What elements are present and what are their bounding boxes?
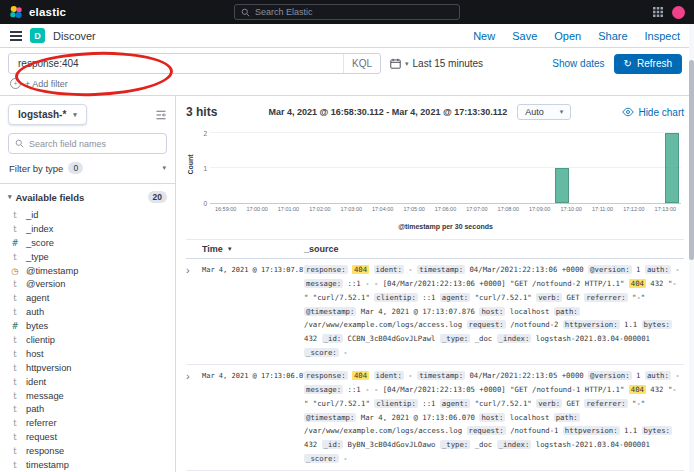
hits-count: 3 hits <box>186 105 217 119</box>
query-input[interactable]: response:404 KQL <box>8 53 381 74</box>
x-tick: 17:09:00 <box>529 206 550 212</box>
source-field-name: @timestamp: <box>304 307 356 316</box>
add-filter-link[interactable]: + Add filter <box>25 79 68 89</box>
discover-app-badge: D <box>30 28 45 43</box>
scrollbar-thumb[interactable] <box>689 60 694 260</box>
field-item-auth[interactable]: tauth <box>8 305 167 319</box>
source-field-name: ident: <box>374 265 404 274</box>
time-range-label[interactable]: Last 15 minutes <box>413 58 484 69</box>
field-item-timestamp[interactable]: ttimestamp <box>8 458 167 472</box>
nav-action-save[interactable]: Save <box>512 30 537 42</box>
field-item-@version[interactable]: t@version <box>8 277 167 291</box>
chevron-down-icon: ▾ <box>405 60 409 68</box>
global-search-input[interactable]: Search Elastic <box>234 4 460 20</box>
field-name: auth <box>26 307 44 317</box>
field-item-response[interactable]: tresponse <box>8 444 167 458</box>
field-search-placeholder: Search field names <box>29 139 106 149</box>
source-field-name: _score: <box>304 454 339 463</box>
source-field-name: verb: <box>536 399 562 408</box>
field-item-@timestamp[interactable]: ◷@timestamp <box>8 264 167 278</box>
index-pattern-select[interactable]: logstash-* ▾ <box>8 104 87 125</box>
table-header: Time ▼ _source <box>186 240 684 259</box>
field-item-host[interactable]: thost <box>8 347 167 361</box>
field-name: referrer <box>26 418 56 428</box>
interval-select[interactable]: Auto ▾ <box>517 104 571 120</box>
source-field-name: agent: <box>440 399 470 408</box>
source-field-name: auth: <box>645 265 671 274</box>
search-icon <box>241 8 250 17</box>
source-field-name: agent: <box>440 293 470 302</box>
field-item-request[interactable]: trequest <box>8 430 167 444</box>
show-dates-link[interactable]: Show dates <box>552 58 604 69</box>
field-item-path[interactable]: tpath <box>8 402 167 416</box>
source-field-name: request: <box>467 426 506 435</box>
field-type-icon: # <box>10 321 20 331</box>
row-source: response: 404 ident: - timestamp: 04/Mar… <box>304 369 684 466</box>
nav-action-share[interactable]: Share <box>598 30 627 42</box>
field-name: @version <box>26 279 65 289</box>
field-search-input[interactable]: Search field names <box>8 133 167 154</box>
kql-selector[interactable]: KQL <box>343 54 380 73</box>
histogram-bar[interactable] <box>555 168 568 203</box>
field-name: path <box>26 404 44 414</box>
field-item-ident[interactable]: tident <box>8 375 167 389</box>
field-item-message[interactable]: tmessage <box>8 389 167 403</box>
field-type-icon: t <box>10 446 20 456</box>
eye-icon <box>622 107 634 117</box>
field-item-agent[interactable]: tagent <box>8 291 167 305</box>
avatar[interactable] <box>672 6 685 19</box>
apps-icon[interactable] <box>653 7 663 17</box>
field-item-bytes[interactable]: #bytes <box>8 319 167 333</box>
hide-chart-label: Hide chart <box>638 107 684 118</box>
y-tick: 1 <box>195 165 207 172</box>
field-item-_index[interactable]: t_index <box>8 222 167 236</box>
field-item-referrer[interactable]: treferrer <box>8 416 167 430</box>
source-field-name: referrer: <box>584 293 628 302</box>
field-type-icon: t <box>10 210 20 220</box>
elastic-logo[interactable] <box>9 5 23 19</box>
available-fields-header[interactable]: ▾ Available fields 20 <box>8 191 167 203</box>
source-field-name: bytes: <box>642 320 672 329</box>
field-type-icon: t <box>10 418 20 428</box>
query-text[interactable]: response:404 <box>18 58 343 69</box>
field-type-icon: # <box>10 238 20 248</box>
nav-action-inspect[interactable]: Inspect <box>645 30 680 42</box>
y-tick: 2 <box>195 130 207 137</box>
expand-row-icon[interactable]: › <box>186 263 202 360</box>
breadcrumb[interactable]: Discover <box>53 30 96 42</box>
field-item-clientip[interactable]: tclientip <box>8 333 167 347</box>
nav-action-new[interactable]: New <box>473 30 495 42</box>
field-type-icon: t <box>10 293 20 303</box>
field-item-httpversion[interactable]: thttpversion <box>8 361 167 375</box>
field-item-_id[interactable]: t_id <box>8 208 167 222</box>
nav-action-open[interactable]: Open <box>554 30 581 42</box>
source-field-name: httpversion: <box>563 320 620 329</box>
menu-icon[interactable] <box>10 31 22 33</box>
hide-chart-link[interactable]: Hide chart <box>622 107 684 118</box>
histogram-bar[interactable] <box>665 133 678 203</box>
chevron-down-icon: ▾ <box>560 108 564 116</box>
collapse-sidebar-icon[interactable] <box>155 109 167 121</box>
chevron-down-icon: ▾ <box>73 111 77 119</box>
field-item-_score[interactable]: #_score <box>8 236 167 250</box>
expand-row-icon[interactable]: › <box>186 369 202 466</box>
sort-desc-icon: ▼ <box>227 246 233 252</box>
chevron-down-icon: ▾ <box>162 164 166 172</box>
source-field-name: _id: <box>322 440 344 449</box>
x-tick: 17:07:00 <box>466 206 487 212</box>
scrollbar-track[interactable] <box>689 24 694 472</box>
date-picker[interactable]: ▾ Last 15 minutes <box>390 58 483 69</box>
field-type-icon: t <box>10 224 20 234</box>
field-item-_type[interactable]: t_type <box>8 250 167 264</box>
refresh-button[interactable]: ↻ Refresh <box>614 54 682 74</box>
filter-by-type-toggle[interactable]: Filter by type 0 ▾ <box>8 162 167 174</box>
field-name: message <box>26 391 64 401</box>
highlighted-value: 404 <box>352 265 369 274</box>
source-field-name: message: <box>304 385 343 394</box>
field-type-icon: t <box>10 460 20 470</box>
field-name: timestamp <box>26 460 69 470</box>
source-field-name: path: <box>554 307 580 316</box>
x-tick: 17:04:00 <box>372 206 393 212</box>
time-column-header[interactable]: Time ▼ <box>202 244 304 254</box>
doc-rows: ›Mar 4, 2021 @ 17:13:07.876response: 404… <box>186 259 684 472</box>
